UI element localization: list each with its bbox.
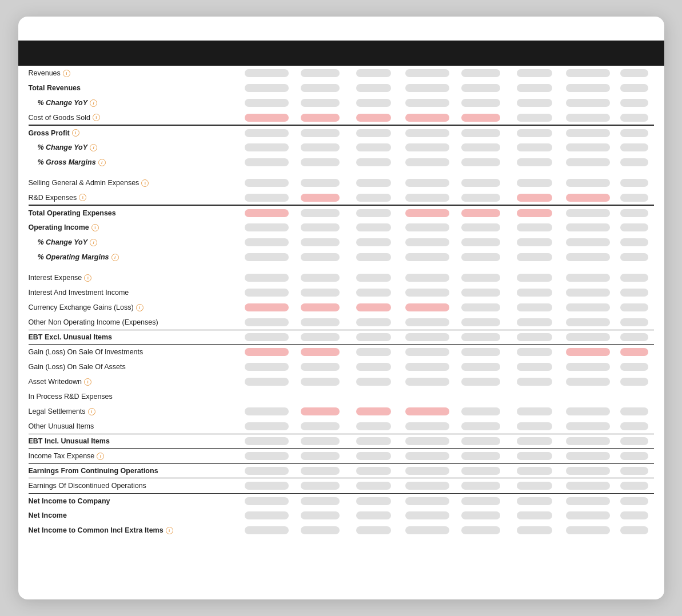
cells [240, 332, 654, 342]
data-cell [240, 481, 294, 491]
cells [240, 436, 654, 446]
data-cell [240, 436, 294, 446]
data-cell [508, 302, 561, 313]
table-row: % Operating Marginsi [29, 250, 654, 265]
table-row: Earnings Of Discontinued Operations [29, 478, 654, 493]
cells [240, 113, 654, 123]
info-icon[interactable]: i [136, 304, 143, 311]
data-cell [293, 395, 347, 398]
data-cell [240, 421, 294, 431]
data-cell [401, 466, 454, 476]
info-icon[interactable]: i [166, 527, 173, 534]
data-cell [401, 252, 454, 262]
data-cell [401, 451, 454, 461]
data-cell [401, 347, 454, 357]
data-cell [401, 362, 454, 372]
data-cell [508, 128, 561, 138]
tab-bar [18, 17, 664, 41]
row-label: Selling General & Admin Expensesi [29, 178, 240, 188]
data-cell [615, 451, 654, 461]
data-cell [615, 332, 654, 342]
row-label: Net Income to Common Incl Extra Itemsi [29, 525, 240, 535]
data-cell [240, 395, 294, 398]
data-cell [347, 317, 401, 327]
row-label: Income Tax Expensei [29, 451, 240, 461]
data-cell [240, 222, 294, 233]
data-cell [293, 421, 347, 431]
data-cell [293, 451, 347, 461]
data-cell [454, 68, 508, 78]
cells [240, 317, 654, 327]
info-icon[interactable]: i [93, 114, 100, 121]
data-cell [561, 406, 615, 417]
data-cell [293, 252, 347, 262]
info-icon[interactable]: i [90, 239, 97, 246]
data-cell [293, 362, 347, 372]
info-icon[interactable]: i [141, 179, 149, 187]
row-label: Other Unusual Items [29, 421, 240, 431]
data-cell [615, 525, 654, 535]
data-cell [293, 98, 347, 108]
data-cell [240, 208, 294, 218]
data-cell [293, 83, 347, 93]
data-cell [454, 302, 508, 313]
data-cell [347, 157, 401, 167]
row-label: Total Operating Expenses [29, 208, 240, 218]
data-cell [615, 237, 654, 247]
data-cell [347, 406, 401, 417]
data-cell [508, 481, 561, 491]
cells [240, 466, 654, 476]
data-cell [401, 436, 454, 446]
row-label: EBT Incl. Unusual Items [29, 436, 240, 446]
info-icon[interactable]: i [90, 144, 97, 151]
cells [240, 273, 654, 283]
data-cell [401, 142, 454, 153]
info-icon[interactable]: i [84, 274, 91, 282]
info-icon[interactable]: i [97, 453, 104, 460]
table-row: EBT Excl. Unusual Items [29, 330, 654, 345]
data-cell [615, 83, 654, 93]
data-cell [561, 525, 615, 535]
data-cell [508, 377, 561, 387]
data-cell [508, 193, 561, 203]
spacer-row [29, 265, 654, 270]
table-body: RevenuesiTotal Revenues% Change YoYiCost… [18, 66, 664, 538]
info-icon[interactable]: i [91, 224, 99, 231]
info-icon[interactable]: i [111, 254, 119, 261]
data-cell [561, 287, 615, 298]
cells [240, 421, 654, 431]
info-icon[interactable]: i [84, 378, 91, 386]
info-icon[interactable]: i [88, 408, 95, 415]
data-cell [454, 395, 508, 398]
data-cell [508, 222, 561, 233]
info-icon[interactable]: i [79, 194, 86, 201]
data-cell [561, 451, 615, 461]
data-cell [454, 451, 508, 461]
info-icon[interactable]: i [72, 129, 79, 137]
row-label: Currency Exchange Gains (Loss)i [29, 302, 240, 313]
table-row: Net Income [29, 508, 654, 523]
data-cell [293, 193, 347, 203]
data-cell [401, 98, 454, 108]
table-header [18, 41, 664, 66]
table-row: Income Tax Expensei [29, 449, 654, 463]
data-cell [454, 525, 508, 535]
data-cell [347, 451, 401, 461]
cells [240, 451, 654, 461]
info-icon[interactable]: i [63, 70, 70, 77]
info-icon[interactable]: i [98, 159, 106, 166]
data-cell [401, 237, 454, 247]
data-cell [347, 273, 401, 283]
data-cell [454, 98, 508, 108]
data-cell [615, 157, 654, 167]
table-row: Cost of Goods Soldi [29, 110, 654, 125]
data-cell [561, 68, 615, 78]
data-cell [508, 317, 561, 327]
data-cell [293, 273, 347, 283]
table-row: Legal Settlementsi [29, 404, 654, 419]
data-cell [561, 362, 615, 372]
info-icon[interactable]: i [90, 99, 97, 107]
data-cell [240, 362, 294, 372]
data-cell [347, 436, 401, 446]
table-row: Operating Incomei [29, 220, 654, 235]
